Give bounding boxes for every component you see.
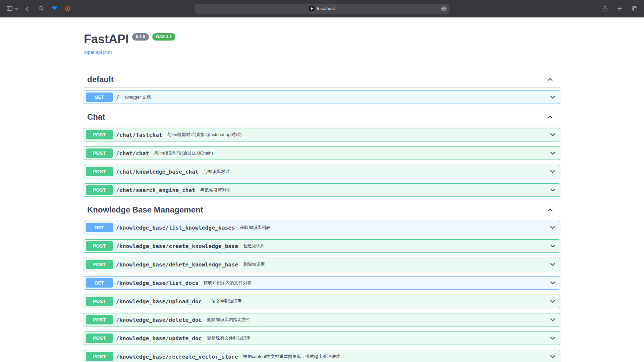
expand-operation-icon[interactable]	[549, 150, 556, 157]
operation-row-postknowledge-base-recreate-vector-store[interactable]: POST/knowledge_base/recreate_vector_stor…	[84, 350, 560, 362]
toolbar-left-group	[5, 4, 72, 13]
page-settings-icon[interactable]	[441, 6, 447, 11]
operation-path: /chat/fastchat	[113, 132, 166, 138]
operation-path: /chat/chat	[113, 150, 152, 157]
fastapi-favicon-icon	[309, 6, 315, 11]
method-badge: POST	[86, 260, 113, 269]
operation-path: /knowledge_base/delete_knowledge_base	[113, 261, 241, 268]
expand-operation-icon[interactable]	[549, 243, 556, 249]
operation-path: /knowledge_base/delete_doc	[113, 317, 205, 323]
operation-summary: 上传文件到知识库	[205, 298, 549, 304]
method-badge: POST	[86, 297, 113, 306]
operation-summary: 创建知识库	[241, 243, 549, 249]
openapi-json-link[interactable]: /openapi.json	[84, 50, 112, 55]
operation-row-getknowledge-base-list-knowledge-bases[interactable]: GET/knowledge_base/list_knowledge_bases获…	[84, 221, 560, 234]
expand-operation-icon[interactable]	[549, 187, 556, 193]
expand-operation-icon[interactable]	[549, 298, 556, 305]
expand-operation-icon[interactable]	[549, 168, 556, 175]
chevron-down-icon[interactable]	[15, 4, 19, 13]
operation-row-postchat-chat[interactable]: POST/chat/chat与llm模型对话(通过LLMChain)	[84, 146, 560, 160]
operation-summary: 获取知识库内的文件列表	[202, 280, 549, 286]
operation-row-postchat-search-engine-chat[interactable]: POST/chat/search_engine_chat与搜索引擎对话	[84, 183, 560, 197]
section-title: default	[87, 75, 547, 84]
operation-path: /knowledge_base/list_knowledge_bases	[113, 225, 238, 231]
section-title: Chat	[87, 112, 547, 122]
operation-summary: 获取知识库列表	[238, 225, 549, 231]
expand-operation-icon[interactable]	[549, 280, 556, 286]
method-badge: GET	[86, 223, 113, 232]
operation-row-postchat-fastchat[interactable]: POST/chat/fastchat与llm模型对话(直接与fastchat a…	[84, 128, 560, 141]
operations-list: POST/chat/fastchat与llm模型对话(直接与fastchat a…	[84, 125, 560, 197]
operation-row-postchat-knowledge-base-chat[interactable]: POST/chat/knowledge_base_chat与知识库对话	[84, 165, 560, 178]
bluesky-app-icon[interactable]	[50, 4, 59, 13]
share-icon[interactable]	[600, 4, 610, 13]
api-tag-section-default: defaultGET/swagger 文档	[84, 71, 560, 104]
new-tab-icon[interactable]	[615, 4, 625, 13]
operation-path: /chat/search_engine_chat	[113, 187, 199, 193]
operation-path: /knowledge_base/list_docs	[113, 280, 202, 286]
operation-row-getknowledge-base-list-docs[interactable]: GET/knowledge_base/list_docs获取知识库内的文件列表	[84, 276, 560, 290]
url-text: localhost	[317, 6, 335, 11]
method-badge: GET	[86, 93, 113, 102]
operation-row-postknowledge-base-update-doc[interactable]: POST/knowledge_base/update_doc更新现有文件到知识库	[84, 331, 560, 345]
api-title-text: FastAPI	[84, 32, 129, 46]
method-badge: POST	[86, 352, 113, 361]
toolbar-right-group	[600, 4, 639, 13]
operation-summary: 与搜索引擎对话	[199, 187, 549, 193]
expand-operation-icon[interactable]	[549, 224, 556, 231]
api-info: FastAPI 0.1.0 OAS 3.1 /openapi.json	[84, 32, 560, 55]
operation-row-get[interactable]: GET/swagger 文档	[84, 90, 560, 104]
method-badge: POST	[86, 185, 113, 195]
operations-list: GET/knowledge_base/list_knowledge_bases获…	[84, 218, 560, 362]
expand-operation-icon[interactable]	[549, 94, 556, 101]
expand-operation-icon[interactable]	[549, 353, 556, 360]
method-badge: POST	[86, 130, 113, 139]
search-icon[interactable]	[36, 4, 46, 13]
collapse-section-icon[interactable]	[547, 206, 553, 213]
section-header-knowledge-base-management[interactable]: Knowledge Base Management	[84, 202, 560, 218]
expand-operation-icon[interactable]	[549, 335, 556, 342]
method-badge: POST	[86, 148, 113, 158]
operation-summary: 根据content中文档重建向量库，流式输出处理进度。	[241, 354, 549, 360]
expand-operation-icon[interactable]	[549, 316, 556, 323]
method-badge: POST	[86, 241, 113, 251]
operation-path: /chat/knowledge_base_chat	[113, 169, 202, 175]
section-title: Knowledge Base Management	[87, 205, 547, 215]
version-badge: 0.1.0	[132, 33, 149, 41]
record-app-icon[interactable]	[63, 4, 72, 13]
operation-summary: 更新现有文件到知识库	[205, 335, 549, 341]
operation-row-postknowledge-base-create-knowledge-base[interactable]: POST/knowledge_base/create_knowledge_bas…	[84, 239, 560, 253]
operation-path: /knowledge_base/update_doc	[113, 335, 205, 342]
back-icon[interactable]	[23, 4, 32, 13]
address-bar[interactable]: localhost	[195, 4, 449, 14]
operation-path: /knowledge_base/upload_doc	[113, 298, 205, 305]
collapse-section-icon[interactable]	[547, 114, 553, 120]
browser-toolbar: localhost	[0, 0, 644, 17]
operation-path: /	[113, 94, 123, 101]
operation-summary: 与知识库对话	[202, 169, 549, 175]
tab-overview-icon[interactable]	[630, 4, 639, 13]
collapse-section-icon[interactable]	[547, 76, 553, 83]
sections-container: defaultGET/swagger 文档ChatPOST/chat/fastc…	[84, 71, 560, 362]
operation-row-postknowledge-base-delete-knowledge-base[interactable]: POST/knowledge_base/delete_knowledge_bas…	[84, 258, 560, 271]
sidebar-toggle-icon[interactable]	[5, 4, 14, 13]
operation-row-postknowledge-base-delete-doc[interactable]: POST/knowledge_base/delete_doc删除知识库内指定文件	[84, 313, 560, 326]
operation-summary: 与llm模型对话(通过LLMChain)	[152, 150, 549, 156]
api-tag-section-chat: ChatPOST/chat/fastchat与llm模型对话(直接与fastch…	[84, 109, 560, 197]
operation-path: /knowledge_base/create_knowledge_base	[113, 243, 241, 249]
method-badge: POST	[86, 315, 113, 324]
operation-summary: 删除知识库内指定文件	[205, 317, 549, 323]
operation-summary: 删除知识库	[241, 261, 549, 267]
swagger-ui-page: FastAPI 0.1.0 OAS 3.1 /openapi.json defa…	[77, 32, 567, 362]
operation-summary: 与llm模型对话(直接与fastchat api对话)	[166, 132, 549, 138]
operations-list: GET/swagger 文档	[84, 88, 560, 104]
section-header-default[interactable]: default	[84, 71, 560, 88]
expand-operation-icon[interactable]	[549, 261, 556, 268]
method-badge: POST	[86, 167, 113, 176]
section-header-chat[interactable]: Chat	[84, 109, 560, 125]
api-tag-section-knowledge-base-management: Knowledge Base ManagementGET/knowledge_b…	[84, 202, 560, 362]
expand-operation-icon[interactable]	[549, 131, 556, 138]
oas-badge: OAS 3.1	[152, 33, 175, 41]
page-title: FastAPI 0.1.0 OAS 3.1	[84, 32, 560, 46]
operation-row-postknowledge-base-upload-doc[interactable]: POST/knowledge_base/upload_doc上传文件到知识库	[84, 295, 560, 308]
